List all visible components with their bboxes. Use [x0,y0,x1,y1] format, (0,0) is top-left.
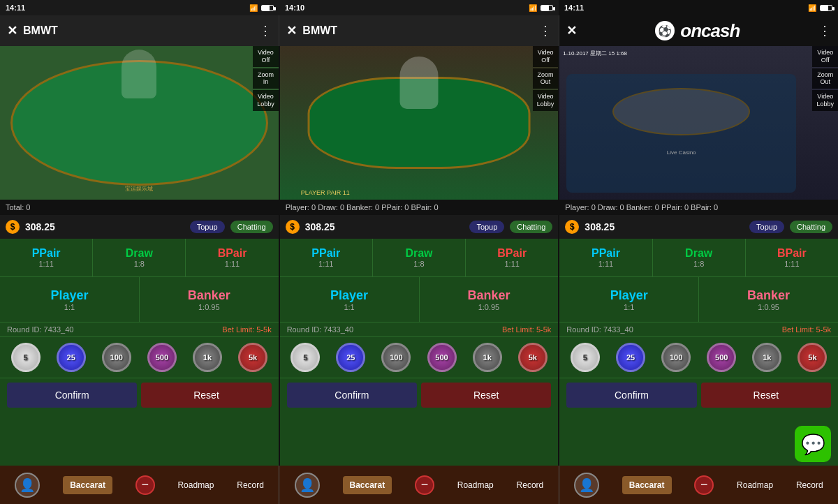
player-label-3: Player [610,288,648,303]
draw-label-1: Draw [126,247,153,260]
baccarat-btn-2[interactable]: Baccarat [343,476,392,494]
reset-button-1[interactable]: Reset [141,383,271,408]
menu-dots-1[interactable]: ⋮ [259,23,272,38]
chip-1k-3[interactable]: 1k [752,343,781,372]
video-off-btn-1[interactable]: VideoOff [253,46,279,67]
nav-section-2: 👤 Baccarat − Roadmap Record [279,466,559,504]
dealer-1 [122,50,156,98]
record-btn-3[interactable]: Record [796,480,823,490]
chip-100-3[interactable]: 100 [661,343,691,372]
player-cell-2[interactable]: Player 1:1 [280,277,420,322]
stats-bar-3: Player: 0 Draw: 0 Banker: 0 PPair: 0 BPa… [559,200,838,215]
coin-icon-1: $ [6,220,20,234]
close-button-2[interactable]: ✕ [286,23,297,38]
chip-5-1[interactable]: 5 [11,343,41,372]
banker-cell-2[interactable]: Banker 1:0.95 [420,277,559,322]
video-lobby-btn-3[interactable]: VideoLobby [812,90,838,111]
draw-odds-1: 1:8 [134,260,145,268]
close-button-1[interactable]: ✕ [7,23,17,38]
balance-1: 308.25 [25,221,184,232]
chip-100-1[interactable]: 100 [102,343,131,372]
draw-cell-2[interactable]: Draw 1:8 [373,239,466,276]
minus-btn-3[interactable]: − [694,475,714,495]
zoom-out-btn-2[interactable]: ZoomOut [533,68,559,89]
player-cell-1[interactable]: Player 1:1 [0,277,140,322]
wechat-button[interactable]: 💬 [795,426,831,462]
reset-button-2[interactable]: Reset [421,383,551,408]
chip-25-1[interactable]: 25 [57,343,86,372]
confirm-button-3[interactable]: Confirm [566,383,696,408]
record-btn-2[interactable]: Record [517,480,544,490]
title-bar-3: ✕ ⚽ oncash ⋮ [559,15,838,46]
close-button-3[interactable]: ✕ [566,23,577,38]
ppair-cell-1[interactable]: PPair 1:11 [0,239,93,276]
draw-cell-1[interactable]: Draw 1:8 [93,239,186,276]
menu-dots-2[interactable]: ⋮ [539,23,552,38]
reset-button-3[interactable]: Reset [701,383,831,408]
topup-btn-3[interactable]: Topup [749,221,784,233]
record-btn-1[interactable]: Record [237,480,264,490]
banker-cell-1[interactable]: Banker 1:0.95 [140,277,279,322]
zoom-in-btn-1[interactable]: ZoomIn [253,68,279,89]
chatting-btn-2[interactable]: Chatting [510,221,552,233]
roadmap-btn-2[interactable]: Roadmap [457,480,494,490]
chip-5k-1[interactable]: 5k [238,343,267,372]
player-cell-3[interactable]: Player 1:1 [559,277,699,322]
chip-1k-2[interactable]: 1k [473,343,502,372]
chip-500-1[interactable]: 500 [147,343,177,372]
pair-row-2: PPair 1:11 Draw 1:8 BPair 1:11 [280,239,559,277]
bpair-cell-1[interactable]: BPair 1:11 [186,239,278,276]
title-bar-1: ✕ BMWT ⋮ [0,15,279,46]
ppair-cell-3[interactable]: PPair 1:11 [559,239,652,276]
chatting-btn-3[interactable]: Chatting [790,221,832,233]
balance-bar-1: $ 308.25 Topup Chatting [0,215,279,239]
round-info-3: Round ID: 7433_40 Bet Limit: 5-5k [559,323,838,337]
chip-500-2[interactable]: 500 [427,343,457,372]
draw-cell-3[interactable]: Draw 1:8 [653,239,746,276]
minus-btn-2[interactable]: − [415,475,434,495]
balance-3: 308.25 [585,221,744,232]
confirm-button-2[interactable]: Confirm [287,383,417,408]
banker-cell-3[interactable]: Banker 1:0.95 [699,277,838,322]
baccarat-btn-3[interactable]: Baccarat [622,476,672,494]
video-controls-3: VideoOff ZoomOut VideoLobby [812,46,838,111]
chip-25-2[interactable]: 25 [336,343,365,372]
baccarat-btn-1[interactable]: Baccarat [63,476,112,494]
chip-1k-1[interactable]: 1k [193,343,222,372]
player-label-1: Player [50,288,88,303]
video-lobby-btn-2[interactable]: VideoLobby [533,90,559,111]
chip-5-2[interactable]: 5 [291,343,320,372]
video-off-btn-2[interactable]: VideoOff [533,46,559,67]
panel-1: 宝运娱乐城 VideoOff ZoomIn VideoLobby Total: … [0,46,280,466]
chips-row-2: 5 25 100 500 1k 5k [280,337,559,378]
chip-5k-3[interactable]: 5k [797,343,827,372]
chips-row-1: 5 25 100 500 1k 5k [0,337,279,378]
video-lobby-btn-1[interactable]: VideoLobby [253,90,279,111]
time-2: 14:10 [285,3,304,12]
video-off-btn-3[interactable]: VideoOff [812,46,838,67]
chip-5-3[interactable]: 5 [571,343,600,372]
chip-25-3[interactable]: 25 [616,343,645,372]
bpair-cell-3[interactable]: BPair 1:11 [746,239,838,276]
brand-area: ⚽ oncash [582,20,813,42]
bpair-cell-2[interactable]: BPair 1:11 [466,239,558,276]
roadmap-btn-1[interactable]: Roadmap [177,480,214,490]
zoom-out-btn-3[interactable]: ZoomOut [812,68,838,89]
chip-500-3[interactable]: 500 [707,343,736,372]
ppair-cell-2[interactable]: PPair 1:11 [280,239,373,276]
bpair-label-1: BPair [218,247,247,260]
menu-dots-3[interactable]: ⋮ [818,23,831,38]
chip-100-2[interactable]: 100 [381,343,411,372]
confirm-button-1[interactable]: Confirm [7,383,137,408]
banker-odds-2: 1:0.95 [478,303,500,311]
topup-btn-1[interactable]: Topup [190,221,225,233]
balance-bar-3: $ 308.25 Topup Chatting [559,215,838,239]
topup-btn-2[interactable]: Topup [469,221,504,233]
chatting-btn-1[interactable]: Chatting [230,221,273,233]
chip-5k-2[interactable]: 5k [518,343,547,372]
panel-title-1: BMWT [23,24,253,37]
video-section-2: PLAYER PAIR 11 VideoOff ZoomOut VideoLob… [280,46,559,200]
roadmap-btn-3[interactable]: Roadmap [737,480,773,490]
player-odds-3: 1:1 [624,303,634,311]
minus-btn-1[interactable]: − [135,475,155,495]
